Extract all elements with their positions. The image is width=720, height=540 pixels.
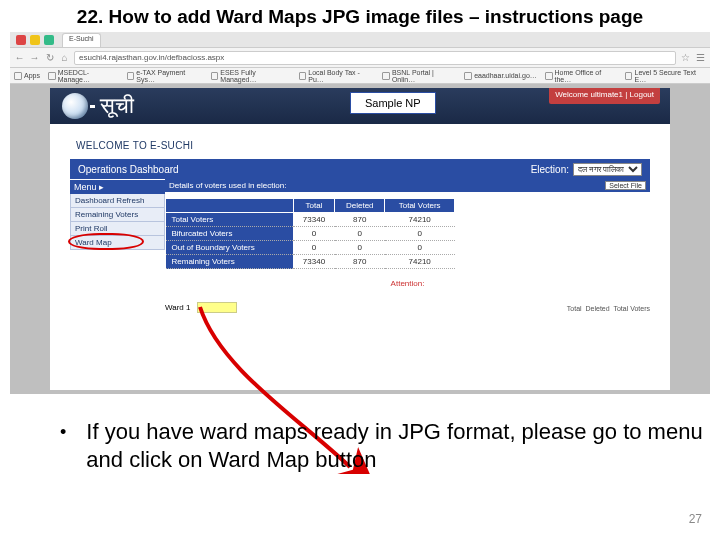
bullet-text: If you have ward maps ready in JPG forma…	[86, 418, 706, 474]
bm-icon	[545, 72, 553, 80]
bookmark-item[interactable]: e-TAX Payment Sys…	[127, 69, 203, 83]
ward-select[interactable]	[197, 302, 237, 313]
dash-icon	[90, 105, 95, 108]
voters-table: Total Deleted Total Voters Total Voters7…	[165, 198, 455, 269]
menu-item-print-roll[interactable]: Print Roll	[70, 222, 165, 236]
bookmark-item[interactable]: Level 5 Secure Text E…	[625, 69, 706, 83]
bm-icon	[625, 72, 633, 80]
menu-item-ward-map[interactable]: Ward Map	[70, 236, 165, 250]
menu-header: Menu ▸	[70, 179, 165, 194]
menu-item-remaining-voters[interactable]: Remaining Voters	[70, 208, 165, 222]
bm-icon	[48, 72, 56, 80]
bookmark-item[interactable]: ESES Fully Managed…	[211, 69, 291, 83]
bookmark-item[interactable]: eaadhaar.uidai.go…	[464, 72, 537, 80]
browser-chrome: E-Suchi ← → ↻ ⌂ esuchi4.rajasthan.gov.in…	[10, 32, 710, 84]
bookmark-star-icon[interactable]: ☆	[680, 52, 691, 63]
app-brand: सूची	[100, 93, 134, 119]
sample-np-label: Sample NP	[350, 92, 436, 114]
col-deleted: Deleted	[335, 199, 385, 213]
url-field[interactable]: esuchi4.rajasthan.gov.in/defbacioss.aspx	[74, 51, 676, 65]
e-logo-icon	[62, 93, 88, 119]
bm-icon	[299, 72, 307, 80]
apps-icon	[14, 72, 22, 80]
bullet-row: • If you have ward maps ready in JPG for…	[60, 418, 706, 474]
col-blank	[166, 199, 294, 213]
ward-select-row: Ward 1	[165, 302, 237, 313]
nav-fwd-icon[interactable]: →	[29, 52, 40, 63]
table-row: Remaining Voters7334087074210	[166, 255, 455, 269]
menu-column: Menu ▸ Dashboard Refresh Remaining Voter…	[70, 179, 165, 313]
browser-tab[interactable]: E-Suchi	[62, 33, 101, 47]
bm-icon	[464, 72, 472, 80]
col-total: Total	[293, 199, 334, 213]
browser-tabbar: E-Suchi	[10, 32, 710, 48]
bookmark-bar: Apps MSEDCL-Manage… e-TAX Payment Sys… E…	[10, 68, 710, 84]
page-embed: सूची Sample NP Welcome ultimate1 | Logou…	[10, 84, 710, 394]
bullet-dot-icon: •	[60, 418, 66, 474]
nav-home-icon[interactable]: ⌂	[59, 52, 70, 63]
table-header-bar: Details of voters used in election: Sele…	[165, 179, 650, 192]
table-row: Out of Boundary Voters000	[166, 241, 455, 255]
attention-text: Attention:	[165, 279, 650, 288]
slide-title: 22. How to add Ward Maps JPG image files…	[0, 0, 720, 32]
dashboard-title: Operations Dashboard	[78, 164, 179, 175]
menu-item-dashboard-refresh[interactable]: Dashboard Refresh	[70, 194, 165, 208]
col-total-voters: Total Voters	[385, 199, 455, 213]
election-select[interactable]: दल नगर पालिका	[573, 163, 642, 176]
table-row: Bifurcated Voters000	[166, 227, 455, 241]
table-row: Total Voters7334087074210	[166, 213, 455, 227]
page-number: 27	[689, 512, 702, 526]
window-close-icon[interactable]	[16, 35, 26, 45]
bookmark-item[interactable]: Apps	[14, 72, 40, 80]
window-max-icon[interactable]	[44, 35, 54, 45]
bookmark-item[interactable]: Local Body Tax - Pu…	[299, 69, 375, 83]
select-file-button[interactable]: Select File	[605, 181, 646, 190]
welcome-heading: Welcome to E-Suchi	[76, 140, 650, 151]
election-label: Election:	[531, 164, 569, 175]
nav-reload-icon[interactable]: ↻	[44, 52, 55, 63]
welcome-strip[interactable]: Welcome ultimate1 | Logout	[549, 88, 660, 104]
totals-mini: Total Deleted Total Voters	[567, 305, 650, 313]
ward-label: Ward 1	[165, 303, 191, 312]
app-window: सूची Sample NP Welcome ultimate1 | Logou…	[50, 88, 670, 390]
menu-icon[interactable]: ☰	[695, 52, 706, 63]
app-banner: सूची Sample NP Welcome ultimate1 | Logou…	[50, 88, 670, 124]
bm-icon	[382, 72, 390, 80]
bm-icon	[127, 72, 135, 80]
bm-icon	[211, 72, 219, 80]
bookmark-item[interactable]: MSEDCL-Manage…	[48, 69, 119, 83]
menu-expand-icon[interactable]: ▸	[99, 182, 104, 192]
app-body: Welcome to E-Suchi Operations Dashboard …	[50, 124, 670, 386]
browser-addressbar: ← → ↻ ⌂ esuchi4.rajasthan.gov.in/defbaci…	[10, 48, 710, 68]
window-min-icon[interactable]	[30, 35, 40, 45]
bookmark-item[interactable]: BSNL Portal | Onlin…	[382, 69, 456, 83]
bookmark-item[interactable]: Home Office of the…	[545, 69, 617, 83]
dashboard-bar: Operations Dashboard Election: दल नगर पा…	[70, 159, 650, 179]
nav-back-icon[interactable]: ←	[14, 52, 25, 63]
main-column: Details of voters used in election: Sele…	[165, 179, 650, 313]
